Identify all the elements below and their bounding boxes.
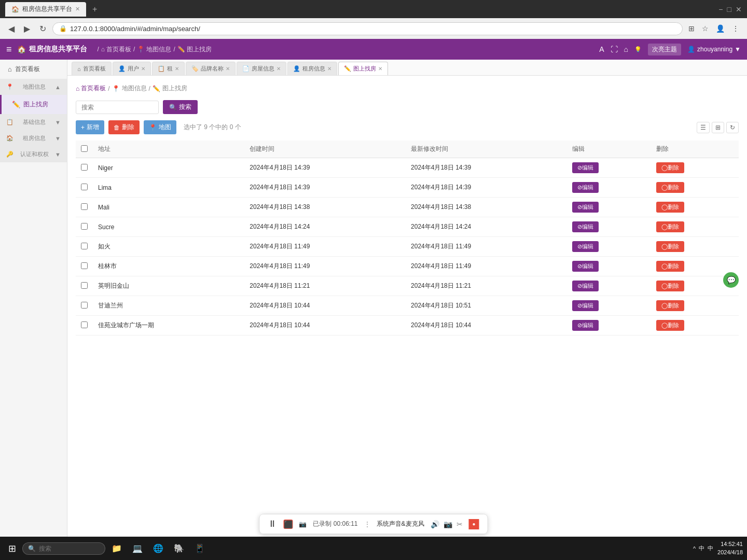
menu-button[interactable]: ⋮ <box>729 23 742 34</box>
close-button[interactable]: ✕ <box>736 5 742 13</box>
taskbar-search-input[interactable] <box>39 545 91 552</box>
search-button[interactable]: 🔍 搜索 <box>163 100 198 114</box>
tab-close-btn[interactable]: ✕ <box>75 6 80 12</box>
edit-button-1[interactable]: ⊘编辑 <box>572 182 599 193</box>
sidebar-group-rent[interactable]: 🏠 租房信息 ▼ <box>0 130 67 146</box>
delete-row-button-1[interactable]: ◯删除 <box>656 182 684 193</box>
sidebar-item-mapfind[interactable]: ✏️ 图上找房 <box>0 95 67 114</box>
tab-mapfind[interactable]: ✏️ 图上找房 ✕ <box>338 62 388 75</box>
app-container: ≡ 🏠 租房信息共享平台 / ⌂ 首页看板 / 📍 地图信息 / ✏️ 图上找房… <box>0 39 747 537</box>
breadcrumb-home-link[interactable]: ⌂ 首页看板 <box>76 84 106 93</box>
tab-users[interactable]: 👤 用户 ✕ <box>113 62 151 75</box>
edit-button-0[interactable]: ⊘编辑 <box>572 162 599 173</box>
taskbar-search[interactable]: 🔍 <box>22 542 105 555</box>
edit-button-2[interactable]: ⊘编辑 <box>572 202 599 213</box>
map-button[interactable]: 📍 地图 <box>144 120 176 134</box>
extensions-button[interactable]: ⊞ <box>686 23 697 34</box>
delete-button[interactable]: 🗑 删除 <box>108 120 140 134</box>
delete-row-button-8[interactable]: ◯删除 <box>656 320 684 331</box>
view-list-button[interactable]: ☰ <box>697 122 710 133</box>
chat-fab[interactable]: 💬 <box>723 272 739 288</box>
fullscreen-button[interactable]: ⛶ <box>611 45 618 53</box>
tab-house-close[interactable]: ✕ <box>276 66 281 72</box>
edit-button-4[interactable]: ⊘编辑 <box>572 241 599 252</box>
row-checkbox-7[interactable] <box>81 302 88 309</box>
breadcrumb-sep2: / <box>149 85 150 92</box>
row-checkbox-3[interactable] <box>81 223 88 230</box>
clock-date: 2024/4/18 <box>717 549 743 556</box>
tab-rentinfo-close[interactable]: ✕ <box>327 66 331 72</box>
tab-rent-close[interactable]: ✕ <box>175 66 179 72</box>
header-breadcrumb-home[interactable]: ⌂ 首页看板 <box>101 45 131 54</box>
home-button[interactable]: ⌂ <box>624 45 628 53</box>
tab-house[interactable]: 📄 房屋信息 ✕ <box>237 62 286 75</box>
tab-rentinfo[interactable]: 👤 租房信息 ✕ <box>287 62 337 75</box>
tab-brand-close[interactable]: ✕ <box>226 66 230 72</box>
cell-modified-0: 2024年4月18日 14:39 <box>406 158 567 178</box>
row-checkbox-0[interactable] <box>81 164 88 171</box>
sidebar-group-auth[interactable]: 🔑 认证和权权 ▼ <box>0 146 67 162</box>
logo-text: 租房信息共享平台 <box>29 45 87 54</box>
delete-row-button-7[interactable]: ◯删除 <box>656 300 684 311</box>
taskbar-app-app2[interactable]: 📱 <box>190 541 209 555</box>
taskbar-app-chrome[interactable]: 🌐 <box>149 541 168 555</box>
row-checkbox-5[interactable] <box>81 262 88 269</box>
row-checkbox-4[interactable] <box>81 243 88 249</box>
row-checkbox-2[interactable] <box>81 203 88 210</box>
row-checkbox-6[interactable] <box>81 282 88 289</box>
refresh-table-button[interactable]: ↻ <box>726 122 739 133</box>
taskbar-app-explorer[interactable]: 📁 <box>107 541 126 555</box>
pause-recording-button[interactable]: ⏸ <box>268 519 277 529</box>
edit-button-7[interactable]: ⊘编辑 <box>572 300 599 311</box>
star-button[interactable]: ☆ <box>699 23 711 34</box>
user-menu[interactable]: 👤 zhouyanning ▼ <box>687 46 741 53</box>
refresh-button[interactable]: ↻ <box>36 23 49 35</box>
search-input[interactable] <box>76 101 159 114</box>
row-checkbox-8[interactable] <box>81 321 88 328</box>
action-bar: + 新增 🗑 删除 📍 地图 选中了 9 个中的 0 个 <box>76 120 739 134</box>
row-checkbox-1[interactable] <box>81 184 88 190</box>
edit-button-8[interactable]: ⊘编辑 <box>572 320 599 331</box>
edit-button-3[interactable]: ⊘编辑 <box>572 221 599 232</box>
select-all-checkbox[interactable] <box>81 145 88 152</box>
delete-row-button-0[interactable]: ◯删除 <box>656 162 684 173</box>
header-breadcrumb-map[interactable]: 📍 地图信息 <box>137 45 171 54</box>
sidebar-group-basic[interactable]: 📋 基础信息 ▼ <box>0 114 67 130</box>
edit-button-5[interactable]: ⊘编辑 <box>572 261 599 272</box>
active-tab[interactable]: 🏠 租房信息共享平台 ✕ <box>5 2 86 17</box>
taskbar-app-dev[interactable]: 💻 <box>128 541 147 555</box>
sidebar-group-map[interactable]: 📍 地图信息 ▲ <box>0 79 67 95</box>
tab-mapfind-close[interactable]: ✕ <box>378 66 382 72</box>
header-breadcrumb-current[interactable]: ✏️ 图上找房 <box>177 45 212 54</box>
sidebar-label-rent: 租房信息 <box>23 134 46 142</box>
maximize-button[interactable]: □ <box>727 5 731 13</box>
hamburger-menu[interactable]: ≡ <box>6 44 12 55</box>
add-button[interactable]: + 新增 <box>76 120 104 134</box>
address-bar[interactable]: 🔒 127.0.0.1:8000/admin/#/admin/map/searc… <box>52 22 683 35</box>
edit-button-6[interactable]: ⊘编辑 <box>572 281 599 291</box>
back-button[interactable]: ◀ <box>5 23 18 35</box>
tab-dashboard[interactable]: ⌂ 首页看板 <box>72 62 112 75</box>
font-button[interactable]: A <box>599 45 604 53</box>
theme-selector[interactable]: 次亮主题 <box>648 44 681 55</box>
view-grid-button[interactable]: ⊞ <box>712 122 724 133</box>
tab-users-close[interactable]: ✕ <box>141 66 145 72</box>
table-row: Niger 2024年4月18日 14:39 2024年4月18日 14:39 … <box>76 158 739 178</box>
delete-row-button-6[interactable]: ◯删除 <box>656 281 684 291</box>
start-button[interactable]: ⊞ <box>4 541 20 556</box>
delete-row-button-4[interactable]: ◯删除 <box>656 241 684 252</box>
stop-recording-button[interactable]: ⬛ <box>283 520 293 529</box>
delete-row-button-2[interactable]: ◯删除 <box>656 202 684 213</box>
sidebar-item-dashboard[interactable]: ⌂ 首页看板 <box>0 60 67 79</box>
tab-title: 租房信息共享平台 <box>22 5 72 13</box>
minimize-button[interactable]: − <box>718 5 723 13</box>
forward-button[interactable]: ▶ <box>21 23 33 35</box>
profile-button[interactable]: 👤 <box>713 23 727 34</box>
delete-row-button-5[interactable]: ◯删除 <box>656 261 684 272</box>
delete-row-button-3[interactable]: ◯删除 <box>656 221 684 232</box>
taskbar-app-app1[interactable]: 🐘 <box>170 541 188 555</box>
tab-house-label: 房屋信息 <box>252 65 274 73</box>
tab-brand[interactable]: 🏷️ 品牌名称 ✕ <box>186 62 236 75</box>
new-tab-button[interactable]: + <box>90 5 99 14</box>
tab-rent[interactable]: 📋 租 ✕ <box>152 62 185 75</box>
